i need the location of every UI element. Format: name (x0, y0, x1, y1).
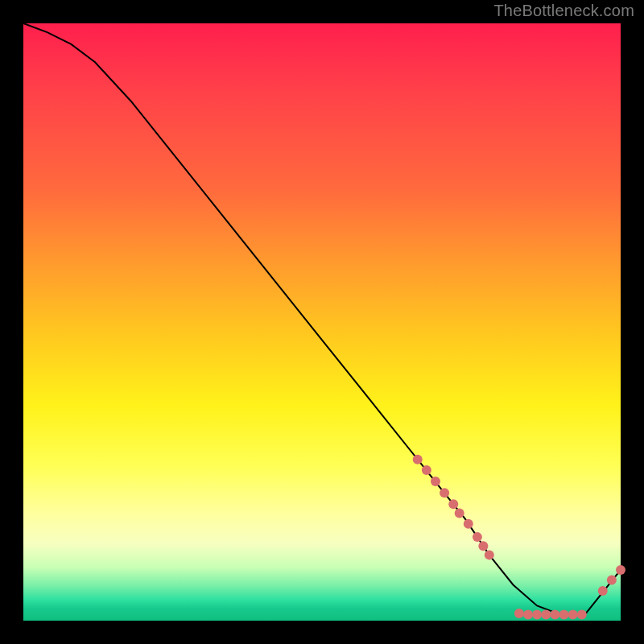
chart-marker (473, 532, 482, 542)
attribution-text: TheBottleneck.com (493, 2, 634, 20)
chart-marker (532, 610, 542, 620)
chart-plot-area (23, 23, 621, 621)
chart-marker (514, 609, 524, 618)
chart-marker (455, 508, 464, 518)
chart-marker (550, 610, 559, 620)
chart-marker (541, 610, 551, 620)
chart-svg (23, 23, 621, 621)
chart-frame: TheBottleneck.com (0, 0, 644, 644)
chart-marker (448, 499, 458, 509)
chart-marker (559, 610, 569, 620)
chart-marker (616, 565, 625, 575)
chart-marker (413, 455, 423, 464)
chart-line (23, 23, 621, 615)
chart-marker (464, 519, 473, 529)
chart-markers (413, 455, 625, 620)
chart-marker (440, 488, 449, 497)
chart-marker (422, 465, 431, 475)
chart-marker (478, 541, 488, 551)
chart-marker (485, 550, 494, 559)
chart-marker (523, 610, 533, 620)
chart-marker (577, 610, 587, 620)
chart-marker (598, 586, 608, 596)
chart-marker (607, 576, 617, 585)
chart-marker (431, 477, 440, 486)
chart-marker (568, 610, 578, 620)
